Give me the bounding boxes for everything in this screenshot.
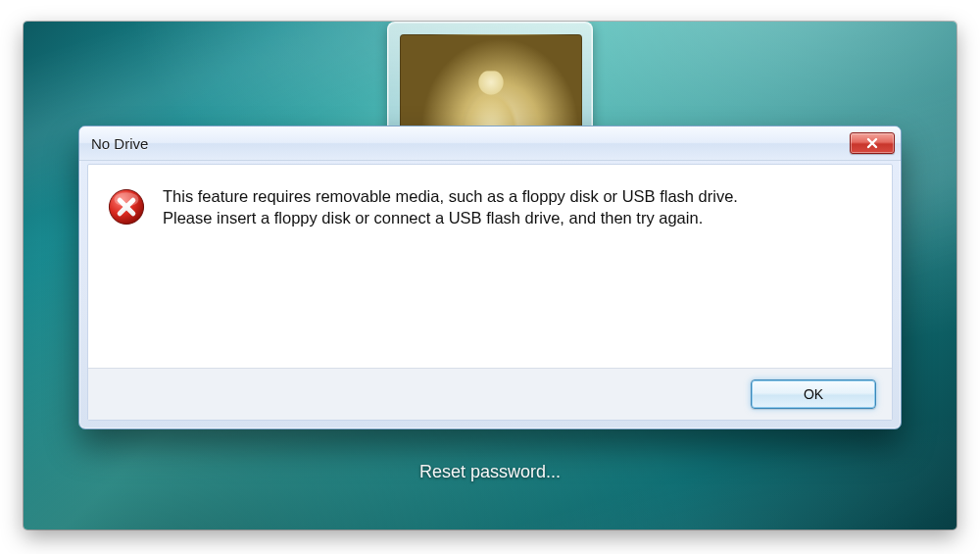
dialog-client-area: This feature requires removable media, s… — [87, 164, 893, 421]
ok-button[interactable]: OK — [751, 379, 876, 409]
close-icon — [865, 137, 879, 149]
dialog-title: No Drive — [91, 135, 850, 152]
error-dialog: No Drive — [78, 126, 902, 429]
reset-password-link[interactable]: Reset password... — [24, 462, 956, 482]
dialog-message: This feature requires removable media, s… — [163, 186, 790, 229]
login-screen: Reset password... No Drive — [24, 22, 956, 529]
dialog-titlebar[interactable]: No Drive — [79, 126, 901, 161]
error-icon — [108, 188, 145, 226]
dialog-body: This feature requires removable media, s… — [88, 165, 892, 368]
dialog-footer: OK — [88, 368, 892, 420]
close-button[interactable] — [850, 132, 895, 154]
